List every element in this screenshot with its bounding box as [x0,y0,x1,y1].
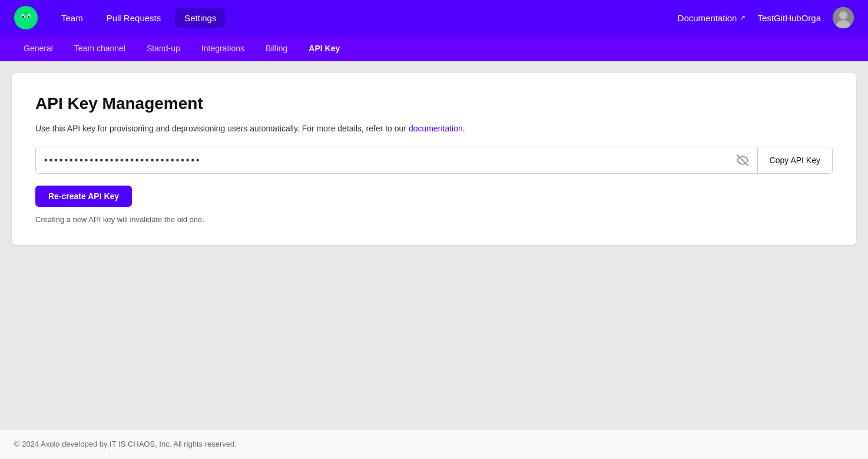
description: Use this API key for provisioning and de… [35,123,833,135]
toggle-visibility-button[interactable] [728,147,757,173]
documentation-link-inline[interactable]: documentation [409,124,463,133]
footer: © 2024 Axolo developed by IT IS CHAOS, I… [0,430,868,458]
logo-area [14,6,38,29]
documentation-label: Documentation [678,13,737,23]
api-key-row: Copy API Key [35,147,833,174]
description-after-link: . [463,124,465,133]
sub-nav: General Team channel Stand-up Integratio… [0,35,868,61]
avatar[interactable] [833,7,854,28]
external-link-icon: ↗ [740,14,746,22]
main-wrapper: API Key Management Use this API key for … [0,61,868,430]
svg-point-8 [839,11,847,19]
nav-team[interactable]: Team [52,8,92,28]
subnav-standup[interactable]: Stand-up [137,40,190,57]
footer-text: © 2024 Axolo developed by IT IS CHAOS, I… [14,440,237,448]
nav-right: Documentation ↗ TestGitHubOrga [678,7,854,28]
org-name: TestGitHubOrga [757,13,821,23]
content-card: API Key Management Use this API key for … [12,73,856,245]
documentation-link[interactable]: Documentation ↗ [678,13,746,23]
logo-icon [14,6,38,29]
api-key-input[interactable] [36,149,728,171]
top-nav: Team Pull Requests Settings Documentatio… [0,0,868,35]
svg-point-3 [22,15,24,18]
nav-links: Team Pull Requests Settings [52,8,678,28]
recreate-api-key-button[interactable]: Re-create API Key [35,186,132,207]
description-before-link: Use this API key for provisioning and de… [35,124,409,133]
copy-api-key-button[interactable]: Copy API Key [757,147,832,173]
subnav-api-key[interactable]: API Key [299,40,349,57]
nav-settings[interactable]: Settings [175,8,226,28]
subnav-team-channel[interactable]: Team channel [65,40,135,57]
warning-text: Creating a new API key will invalidate t… [35,215,833,224]
svg-point-6 [25,10,28,14]
subnav-integrations[interactable]: Integrations [192,40,254,57]
nav-pull-requests[interactable]: Pull Requests [97,8,171,28]
svg-point-4 [28,15,29,18]
subnav-billing[interactable]: Billing [256,40,297,57]
page-title: API Key Management [35,94,833,113]
subnav-general[interactable]: General [14,40,62,57]
